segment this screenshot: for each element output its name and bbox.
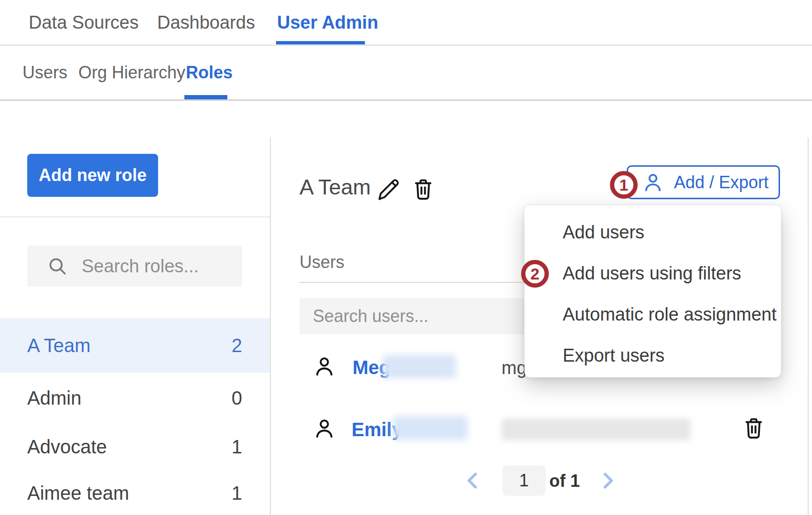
trash-icon xyxy=(411,177,436,202)
menu-item-add-users-using-filters[interactable]: Add users using filters xyxy=(524,253,781,294)
sidebar-divider xyxy=(0,216,271,217)
tab-data-sources[interactable]: Data Sources xyxy=(29,0,139,45)
role-name: Admin xyxy=(27,387,81,409)
annotation-step-2-badge: 2 xyxy=(521,260,549,288)
role-name: Advocate xyxy=(27,436,107,458)
chevron-right-icon xyxy=(597,470,618,491)
role-row-aimee-team[interactable]: Aimee team 1 xyxy=(0,471,271,515)
role-count: 1 xyxy=(232,483,242,504)
role-row-admin[interactable]: Admin 0 xyxy=(0,374,271,422)
menu-item-automatic-role-assignment[interactable]: Automatic role assignment xyxy=(524,294,781,335)
previous-page-button[interactable] xyxy=(462,470,483,491)
next-page-button[interactable] xyxy=(597,470,618,491)
role-row-advocate[interactable]: Advocate 1 xyxy=(0,422,271,471)
search-roles-box xyxy=(27,246,242,287)
tab-dashboards[interactable]: Dashboards xyxy=(157,0,255,45)
menu-item-add-users[interactable]: Add users xyxy=(524,212,781,253)
edit-role-button[interactable] xyxy=(376,178,400,202)
role-count: 2 xyxy=(232,335,242,356)
add-new-role-button[interactable]: Add new role xyxy=(27,154,158,197)
user-email: mg xyxy=(502,358,527,378)
page-number-box[interactable]: 1 xyxy=(502,465,545,496)
add-export-button[interactable]: Add / Export xyxy=(627,165,780,199)
add-export-label: Add / Export xyxy=(674,172,769,193)
tab-user-admin[interactable]: User Admin xyxy=(277,0,378,45)
redacted-last-name xyxy=(393,416,468,440)
role-name: Aimee team xyxy=(27,483,129,504)
active-subtab-underline xyxy=(184,95,227,99)
subtab-org-hierarchy[interactable]: Org Hierarchy xyxy=(78,46,185,99)
role-row-a-team[interactable]: A Team 2 xyxy=(0,318,271,373)
remove-user-button[interactable] xyxy=(741,416,766,440)
redacted-last-name xyxy=(383,355,456,378)
right-edge-divider xyxy=(808,138,809,515)
person-icon xyxy=(642,172,663,193)
users-column-header: Users xyxy=(299,252,344,272)
menu-item-export-users[interactable]: Export users xyxy=(524,335,781,376)
delete-role-button[interactable] xyxy=(411,177,436,202)
page-title: A Team xyxy=(299,175,371,200)
search-icon xyxy=(47,256,67,276)
redacted-email xyxy=(502,418,691,440)
pencil-icon xyxy=(376,178,400,202)
search-users-input[interactable] xyxy=(313,306,561,326)
subtab-users[interactable]: Users xyxy=(22,46,67,99)
panel-divider-vertical xyxy=(270,138,271,515)
subnav-divider xyxy=(0,99,812,101)
user-admin-screen: Data Sources Dashboards User Admin Users… xyxy=(0,0,812,515)
role-count: 0 xyxy=(232,387,242,409)
subtab-roles[interactable]: Roles xyxy=(186,46,233,99)
search-roles-input[interactable] xyxy=(82,256,225,277)
annotation-step-1-badge: 1 xyxy=(610,171,638,199)
add-export-menu: Add users Add users using filters Automa… xyxy=(524,205,781,377)
page-count-label: of 1 xyxy=(549,471,580,491)
user-avatar-icon xyxy=(313,418,335,440)
chevron-left-icon xyxy=(462,470,483,491)
user-avatar-icon xyxy=(313,355,335,377)
role-count: 1 xyxy=(232,436,242,458)
trash-icon xyxy=(741,416,766,440)
role-name: A Team xyxy=(27,335,91,356)
